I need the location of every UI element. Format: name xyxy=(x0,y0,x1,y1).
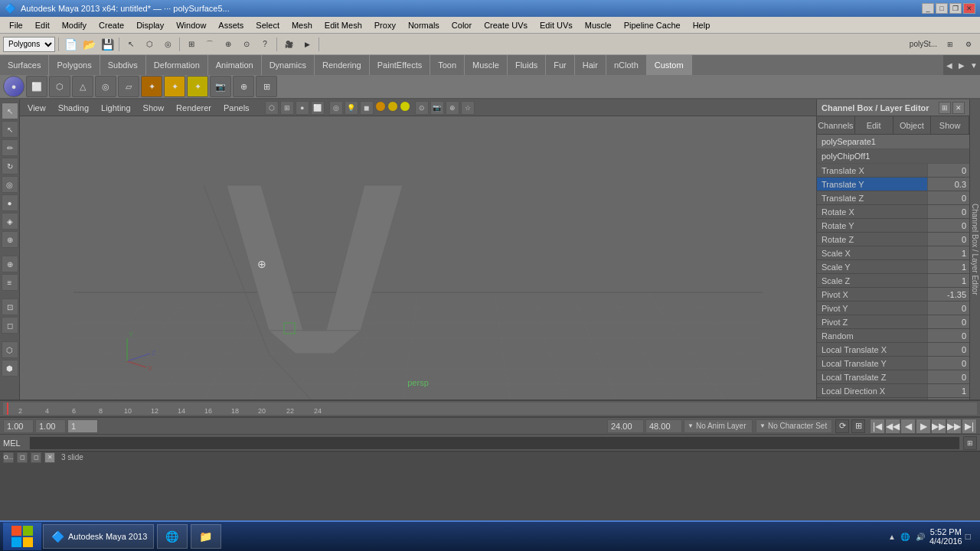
menu-window[interactable]: Window xyxy=(170,19,212,31)
auto-key-button[interactable]: ⟳ xyxy=(835,419,849,433)
shelf-tab-fluids[interactable]: Fluids xyxy=(508,55,546,75)
move-tool[interactable]: ↖ xyxy=(2,121,18,138)
snap-surface-button[interactable]: ⊙ xyxy=(238,36,255,53)
menu-display[interactable]: Display xyxy=(130,19,170,31)
universal-tool[interactable]: ● xyxy=(2,194,18,211)
grid-icon[interactable]: ⊞ xyxy=(942,36,959,53)
cb-row-scalex[interactable]: Scale X 1 xyxy=(817,246,969,260)
cb-row-random[interactable]: Random 0 xyxy=(817,329,969,343)
maximize-button[interactable]: □ xyxy=(936,3,948,14)
render-settings-button[interactable]: 🎥 xyxy=(280,36,297,53)
shelf-tab-ncloth[interactable]: nCloth xyxy=(606,55,647,75)
select-tool[interactable]: ↖ xyxy=(2,103,18,119)
lasso-tool[interactable]: ⊕ xyxy=(2,256,18,272)
node-name-1[interactable]: polySeparate1 xyxy=(817,135,969,149)
vp-icon-ambient[interactable]: ◎ xyxy=(329,101,343,115)
render-button[interactable]: ▶ xyxy=(299,36,315,53)
shelf-arrow-left[interactable]: ◀ xyxy=(943,55,956,75)
settings-icon[interactable]: ⚙ xyxy=(960,36,977,53)
snap-grid-button[interactable]: ⊞ xyxy=(183,36,200,53)
menu-edit-uvs[interactable]: Edit UVs xyxy=(534,19,579,31)
menu-assets[interactable]: Assets xyxy=(212,19,250,31)
vp-icon-display-quality-3[interactable] xyxy=(400,101,410,112)
menu-help[interactable]: Help xyxy=(687,19,717,31)
play-forward-button[interactable]: ▶ xyxy=(916,419,931,434)
snap-point-button[interactable]: ⊕ xyxy=(220,36,237,53)
viewport-menu-view[interactable]: View xyxy=(24,103,49,113)
viewport-menu-panels[interactable]: Panels xyxy=(220,103,253,113)
shelf-tab-rendering[interactable]: Rendering xyxy=(315,55,370,75)
shelf-tab-animation[interactable]: Animation xyxy=(208,55,262,75)
viewport-menu-lighting[interactable]: Lighting xyxy=(98,103,134,113)
mel-input[interactable] xyxy=(29,436,960,450)
tab-channels[interactable]: Channels xyxy=(817,116,855,134)
tray-hide-button[interactable]: ▲ xyxy=(888,533,896,541)
tab-object[interactable]: Object xyxy=(893,116,932,134)
shelf-tab-subdivs[interactable]: Subdivs xyxy=(100,55,146,75)
cb-row-translatey[interactable]: Translate Y 0.3 xyxy=(817,178,969,191)
cb-row-pivotz[interactable]: Pivot Z 0 xyxy=(817,315,969,329)
menu-normals[interactable]: Normals xyxy=(402,19,446,31)
vp-icon-wireframe[interactable]: ⊞ xyxy=(280,101,294,115)
shelf-icon-xray[interactable]: ⊕ xyxy=(233,76,254,97)
shelf-tab-polygons[interactable]: Polygons xyxy=(49,55,100,75)
prev-keyframe-button[interactable]: ◀◀ xyxy=(885,419,900,434)
menu-create[interactable]: Create xyxy=(93,19,130,31)
cb-row-localtranslatez[interactable]: Local Translate Z 0 xyxy=(817,370,969,384)
vp-icon-display-quality-2[interactable] xyxy=(387,101,398,112)
soft-mod[interactable]: ◈ xyxy=(2,213,18,230)
cb-row-translatez[interactable]: Translate Z 0 xyxy=(817,191,969,205)
channel-box-side-label[interactable]: Channel Box / Layer Editor xyxy=(968,201,980,298)
start-button[interactable] xyxy=(3,523,41,550)
rotate-tool[interactable]: ↻ xyxy=(2,158,18,174)
cb-row-localdirectiony[interactable]: Local Direction Y 0 xyxy=(817,398,969,399)
shelf-tab-muscle[interactable]: Muscle xyxy=(465,55,508,75)
char-set-dropdown[interactable]: ▼ No Character Set xyxy=(756,419,832,433)
vp-icon-shaded[interactable]: ● xyxy=(296,101,309,115)
maya-taskbar-item[interactable]: 🔷 Autodesk Maya 2013 xyxy=(43,524,154,549)
mode-selector[interactable]: Polygons xyxy=(3,37,55,52)
status-icon-2[interactable]: ◻ xyxy=(17,452,28,463)
vp-icon-shadows[interactable]: ◼ xyxy=(360,101,374,115)
viewport-menu-show[interactable]: Show xyxy=(140,103,168,113)
vp-icon-display-quality[interactable] xyxy=(375,101,386,112)
shelf-icon-plane[interactable]: ▱ xyxy=(118,76,139,97)
menu-mesh[interactable]: Mesh xyxy=(286,19,318,31)
shelf-icon-cube[interactable]: ⬜ xyxy=(26,76,47,97)
shelf-tab-painteffects[interactable]: PaintEffects xyxy=(370,55,431,75)
timeline-ruler[interactable]: 2 4 6 8 10 12 14 16 18 20 22 24 xyxy=(0,400,980,417)
key-options-button[interactable]: ⊞ xyxy=(851,419,865,433)
playback-start-field[interactable]: 24.00 xyxy=(607,419,644,433)
cb-row-localdirectionx[interactable]: Local Direction X 1 xyxy=(817,384,969,398)
script-editor-button[interactable]: ⊞ xyxy=(963,436,977,450)
shelf-icon-cylinder[interactable]: ⬡ xyxy=(49,76,70,97)
paint-select[interactable]: ≡ xyxy=(2,274,18,291)
shelf-arrow-right[interactable]: ▶ xyxy=(956,55,968,75)
cb-row-pivotx[interactable]: Pivot X -1.35 xyxy=(817,288,969,302)
range-end-field[interactable]: 1.00 xyxy=(35,419,66,433)
shelf-icon-sphere[interactable]: ● xyxy=(3,76,24,97)
range-start-field[interactable]: 1.00 xyxy=(3,419,34,433)
current-frame-field[interactable]: 1 xyxy=(67,419,98,433)
menu-proxy[interactable]: Proxy xyxy=(368,19,402,31)
status-close-button[interactable]: ✕ xyxy=(44,452,55,463)
cb-row-scalez[interactable]: Scale Z 1 xyxy=(817,274,969,288)
shelf-icon-cone[interactable]: △ xyxy=(72,76,93,97)
browser-taskbar-item[interactable]: 🌐 xyxy=(157,524,188,549)
jump-to-end-button[interactable]: ▶| xyxy=(962,419,977,434)
cb-row-rotatez[interactable]: Rotate Z 0 xyxy=(817,233,969,246)
jump-to-start-button[interactable]: |◀ xyxy=(870,419,885,434)
status-icon-3[interactable]: ◻ xyxy=(31,452,41,463)
menu-edit-mesh[interactable]: Edit Mesh xyxy=(318,19,368,31)
next-frame-button[interactable]: ▶▶ xyxy=(946,419,962,434)
tab-show[interactable]: Show xyxy=(931,116,969,134)
shelf-icon-special[interactable]: ✦ xyxy=(141,76,162,97)
show-manip[interactable]: ⊕ xyxy=(2,231,18,248)
shelf-options[interactable]: ▼ xyxy=(968,55,980,75)
cb-row-scaley[interactable]: Scale Y 1 xyxy=(817,260,969,274)
menu-edit[interactable]: Edit xyxy=(29,19,56,31)
paint-select-button[interactable]: ◎ xyxy=(159,36,176,53)
shelf-tab-surfaces[interactable]: Surfaces xyxy=(0,55,49,75)
cb-expand-button[interactable]: ⊞ xyxy=(939,102,951,114)
close-button[interactable]: ✕ xyxy=(963,3,975,14)
